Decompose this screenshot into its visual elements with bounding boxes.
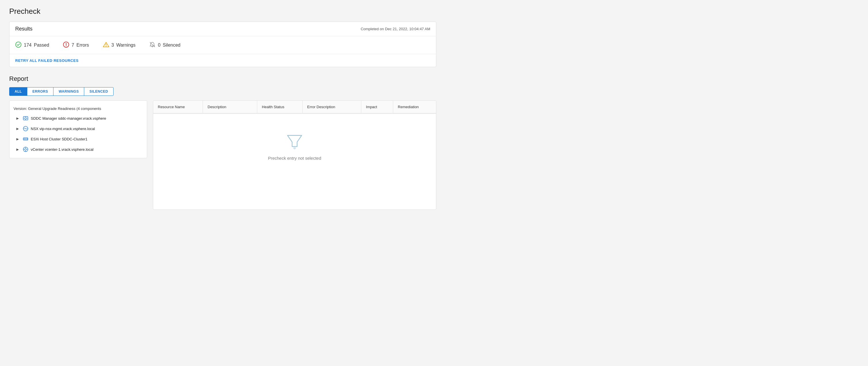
errors-icon: [63, 41, 69, 49]
tree-scroll[interactable]: Version: General Upgrade Readiness (4 co…: [9, 101, 147, 158]
passed-count: 174: [24, 43, 32, 48]
svg-point-30: [294, 148, 295, 150]
errors-label: Errors: [76, 43, 89, 48]
stat-silenced: 0 Silenced: [149, 41, 180, 49]
tree-item-vcenter[interactable]: ▶ vCenter vcenter-1.vrack.vsphere.local: [9, 144, 147, 154]
nsx-icon: [23, 126, 28, 132]
chevron-right-icon: ▶: [17, 127, 21, 131]
results-header: Results Completed on Dec 21, 2022, 10:04…: [9, 22, 436, 36]
results-card: Results Completed on Dec 21, 2022, 10:04…: [9, 22, 436, 67]
svg-point-17: [27, 138, 27, 139]
report-tabs: ALL ERRORS WARNINGS SILENCED: [9, 87, 436, 96]
tab-errors[interactable]: ERRORS: [27, 87, 54, 96]
passed-icon: [15, 41, 22, 49]
warnings-count: 3: [112, 43, 114, 48]
tree-label-sddc: SDDC Manager sddc-manager.vrack.vsphere: [31, 116, 106, 120]
warnings-icon: [103, 41, 109, 49]
results-title: Results: [15, 26, 32, 32]
col-header-health-status: Health Status: [257, 101, 303, 113]
chevron-right-icon: ▶: [17, 116, 21, 120]
sddc-icon: [23, 115, 28, 121]
results-stats: 174 Passed 7 Errors: [9, 36, 436, 54]
tree-item-esxi[interactable]: ▶ ESXi Host Cluster SDDC-Cluster1: [9, 134, 147, 144]
stat-passed: 174 Passed: [15, 41, 49, 49]
svg-point-6: [105, 46, 106, 46]
tab-all[interactable]: ALL: [9, 87, 27, 96]
tree-label-vcenter: vCenter vcenter-1.vrack.vsphere.local: [31, 147, 93, 152]
tree-panel: Version: General Upgrade Readiness (4 co…: [9, 101, 147, 158]
svg-rect-19: [24, 138, 26, 139]
detail-panel: Resource Name Description Health Status …: [153, 101, 436, 210]
passed-label: Passed: [34, 43, 49, 48]
errors-count: 7: [71, 43, 74, 48]
stat-warnings: 3 Warnings: [103, 41, 136, 49]
tree-label-esxi: ESXi Host Cluster SDDC-Cluster1: [31, 137, 87, 141]
silenced-label: Silenced: [163, 43, 180, 48]
chevron-right-icon: ▶: [17, 148, 21, 151]
col-header-impact: Impact: [361, 101, 393, 113]
svg-point-3: [66, 46, 66, 46]
tab-warnings[interactable]: WARNINGS: [53, 87, 84, 96]
filter-empty-icon: [284, 131, 305, 151]
warnings-label: Warnings: [116, 43, 135, 48]
results-actions: RETRY ALL FAILED RESOURCES: [9, 54, 436, 67]
report-title: Report: [9, 75, 436, 83]
col-header-description: Description: [203, 101, 257, 113]
esxi-icon: [23, 136, 28, 142]
col-header-resource-name: Resource Name: [153, 101, 203, 113]
results-completed-timestamp: Completed on Dec 21, 2022, 10:04:47 AM: [361, 27, 430, 31]
svg-point-9: [25, 117, 26, 119]
svg-point-18: [27, 139, 27, 140]
retry-all-failed-button[interactable]: RETRY ALL FAILED RESOURCES: [15, 58, 79, 63]
svg-point-0: [16, 42, 21, 48]
detail-empty-state: Precheck entry not selected: [153, 114, 436, 178]
chevron-right-icon: ▶: [17, 137, 21, 141]
tree-label-nsx: NSX vip-nsx-mgmt.vrack.vsphere.local: [31, 126, 95, 131]
tab-silenced[interactable]: SILENCED: [84, 87, 114, 96]
page-title: Precheck: [9, 7, 436, 16]
tree-item-sddc[interactable]: ▶ SDDC Manager sddc-manager.vrack.vspher…: [9, 113, 147, 123]
svg-marker-27: [288, 136, 302, 147]
report-body: Version: General Upgrade Readiness (4 co…: [9, 101, 436, 210]
detail-empty-text: Precheck entry not selected: [268, 156, 321, 161]
svg-rect-20: [24, 139, 26, 140]
tree-item-nsx[interactable]: ▶ NSX vip-nsx-mgmt.vrack.vsphere.local: [9, 123, 147, 134]
detail-table-header: Resource Name Description Health Status …: [153, 101, 436, 114]
stat-errors: 7 Errors: [63, 41, 89, 49]
col-header-error-description: Error Description: [303, 101, 361, 113]
svg-point-22: [25, 148, 26, 150]
silenced-count: 0: [158, 43, 160, 48]
vcenter-icon: [23, 146, 28, 152]
col-header-remediation: Remediation: [393, 101, 436, 113]
tree-version-header: Version: General Upgrade Readiness (4 co…: [9, 104, 147, 113]
silenced-icon: [149, 41, 155, 49]
